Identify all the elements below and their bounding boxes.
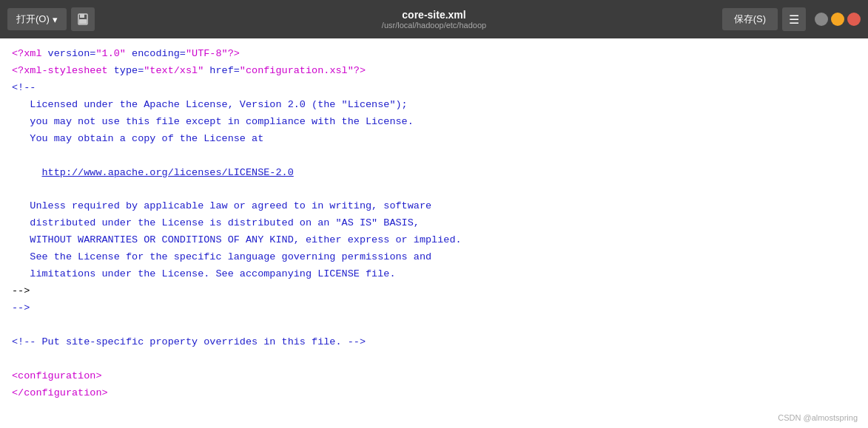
editor-area[interactable]: <?xml version="1.0" encoding="UTF-8"?> <… xyxy=(0,38,868,428)
line-1: <?xml version="1.0" encoding="UTF-8"?> xyxy=(12,46,856,63)
titlebar-center: core-site.xml /usr/local/hadoop/etc/hado… xyxy=(382,9,486,30)
line-9 xyxy=(12,182,856,199)
save-icon-button[interactable] xyxy=(71,7,95,31)
file-title: core-site.xml xyxy=(382,9,486,21)
watermark: CSDN @almostspring xyxy=(778,413,858,422)
line-14: limitations under the License. See accom… xyxy=(12,266,856,283)
line-4: Licensed under the Apache License, Versi… xyxy=(12,97,856,114)
line-5: you may not use this file except in comp… xyxy=(12,114,856,131)
close-button[interactable] xyxy=(847,13,861,26)
save-button[interactable]: 保存(S) xyxy=(722,8,778,30)
line-20: </configuration> xyxy=(12,385,856,402)
line-11: distributed under the License is distrib… xyxy=(12,215,856,232)
file-path: /usr/local/hadoop/etc/hadoop xyxy=(382,21,486,30)
line-3: <!-- xyxy=(12,80,856,97)
line-12: WITHOUT WARRANTIES OR CONDITIONS OF ANY … xyxy=(12,232,856,249)
line-10: Unless required by applicable law or agr… xyxy=(12,198,856,215)
dropdown-arrow-icon: ▾ xyxy=(53,14,58,25)
titlebar: 打开(O) ▾ core-site.xml /usr/local/hadoop/… xyxy=(0,0,868,38)
line-8: http://www.apache.org/licenses/LICENSE-2… xyxy=(12,165,856,182)
svg-rect-1 xyxy=(80,14,84,18)
line-17: <!-- Put site-specific property override… xyxy=(12,334,856,351)
floppy-icon xyxy=(77,13,89,25)
line-15: --> xyxy=(12,300,856,317)
open-button[interactable]: 打开(O) ▾ xyxy=(7,8,67,30)
line-2: <?xml-stylesheet type="text/xsl" href="c… xyxy=(12,63,856,80)
line-18 xyxy=(12,351,856,368)
line-16 xyxy=(12,317,856,334)
license-link[interactable]: http://www.apache.org/licenses/LICENSE-2… xyxy=(42,167,294,178)
line-7 xyxy=(12,148,856,165)
maximize-button[interactable] xyxy=(831,13,844,26)
line-6: You may obtain a copy of the License at xyxy=(12,131,856,148)
line-19: <configuration> xyxy=(12,368,856,385)
minimize-button[interactable] xyxy=(815,13,828,26)
svg-rect-2 xyxy=(79,19,87,24)
window-controls xyxy=(815,13,861,26)
hamburger-icon: ☰ xyxy=(789,13,799,27)
open-label: 打开(O) xyxy=(16,13,50,26)
menu-button[interactable]: ☰ xyxy=(782,7,806,31)
line-13: See the License for the specific languag… xyxy=(12,249,856,266)
